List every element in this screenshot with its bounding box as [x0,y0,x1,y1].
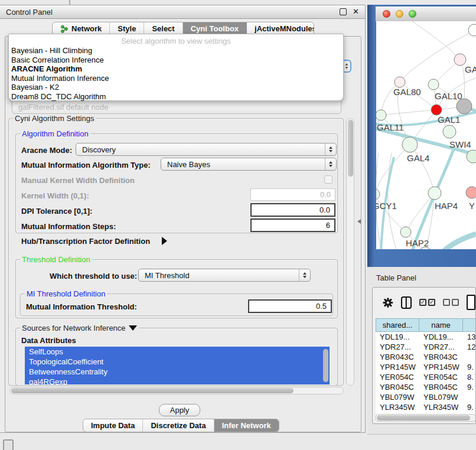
table-hscrollbar-thumb[interactable] [377,415,470,420]
mi-threshold-field[interactable]: 0.5 [248,299,332,313]
network-node-gal10[interactable] [428,79,439,90]
close-traffic-light-icon[interactable] [383,10,390,18]
dpi-tolerance-field[interactable]: 0.0 [250,203,335,217]
list-item[interactable]: TopologicalCoefficient [25,357,330,367]
collapse-arrow-icon[interactable] [129,325,137,331]
network-edge [412,21,459,59]
network-node-gal1[interactable] [431,105,442,115]
network-node-gal80[interactable] [395,77,405,87]
tab-select-label: Select [152,24,174,33]
network-canvas[interactable]: GALGAL80GAL10GAL1GAL11SWI4GAL4GCY1HAP4YH… [376,21,476,249]
network-node-label: GAL10 [435,91,462,101]
which-threshold-select[interactable]: MI Threshold [138,269,311,282]
tab-discretize-data-label: Discretize Data [151,421,206,430]
close-icon[interactable]: ✕ [353,9,359,15]
network-node-hap2[interactable] [400,227,411,237]
column-layout-icon[interactable] [401,296,412,309]
tab-select[interactable]: Select [144,22,182,35]
combo-stepper-icon [299,269,310,281]
table-panel: Table Panel ✓✓ ✓✓ [367,267,476,435]
settings-hscrollbar[interactable] [9,387,344,394]
minimized-panel-icon[interactable] [3,439,14,450]
network-node-y[interactable] [466,187,476,198]
algorithm-item-mutual-information[interactable]: Mutual Information Inference [9,74,343,83]
aracne-mode-select[interactable]: Discovery [76,143,337,156]
network-node-label: GAL11 [377,122,404,132]
network-node-label: GCY1 [376,201,397,211]
manual-kernel-checkbox[interactable] [324,175,332,184]
network-view-titlebar[interactable] [376,6,476,22]
network-node-label: GAL4 [407,153,429,163]
network-view-window: GALGAL80GAL10GAL1GAL11SWI4GAL4GCY1HAP4YH… [367,5,476,267]
tab-style[interactable]: Style [110,22,144,35]
table-source-value: galFiltered.sif default node [12,103,108,112]
select-all-checks-icon[interactable]: ✓✓ [419,299,435,306]
apply-button[interactable]: Apply [159,404,200,416]
algorithm-item-aracne[interactable]: ARACNE Algorithm [9,64,343,74]
tab-impute-data[interactable]: Impute Data [83,419,143,432]
list-scrollbar[interactable] [323,349,328,382]
window-title: Control Panel [6,8,53,17]
network-edge [444,234,476,249]
table-row[interactable]: YDR27...YDR27...12 [376,342,476,352]
table-row[interactable]: YBL079WYBL079W [376,392,476,402]
deselect-all-checks-icon[interactable]: ✓✓ [443,299,459,306]
minimize-traffic-light-icon[interactable] [396,10,403,18]
settings-vscrollbar-thumb[interactable] [348,120,353,177]
algorithm-item-dream8[interactable]: Dream8 DC_TDC Algorithm [9,92,343,102]
list-item[interactable]: BetweennessCentrality [25,367,330,377]
algorithm-item-bayesian-k2[interactable]: Bayesian - K2 [9,83,343,92]
network-node-gal[interactable] [454,54,466,66]
column-header-name[interactable]: name [419,318,463,332]
algorithm-item-bayesian-hill-climbing[interactable]: Bayesian - Hill Climbing [9,46,343,56]
data-attributes-list[interactable]: SelfLoops TopologicalCoefficient Between… [25,347,330,384]
network-node-gcy1[interactable] [376,189,380,200]
table-row[interactable]: YPR145WYPR145W9. [376,362,476,372]
network-node-hap4[interactable] [428,187,441,200]
tab-network[interactable]: Network [53,22,110,35]
column-header-cut[interactable] [463,318,476,332]
mi-type-select[interactable]: Naive Bayes [161,158,337,171]
mi-threshold-label: Mutual Information Threshold: [26,302,137,311]
zoom-traffic-light-icon[interactable] [409,10,416,18]
table-source-select[interactable]: galFiltered.sif default node [12,100,341,114]
network-edge [376,146,409,193]
threshold-definition-title: Threshold Definition [20,255,92,264]
network-node-gal4[interactable] [402,137,418,152]
table-row[interactable]: YER054CYER054C8. [376,372,476,382]
network-node-gal11[interactable] [376,110,386,120]
table-row[interactable]: YLR345WYLR345W9. [376,402,476,412]
settings-vscrollbar[interactable] [346,118,354,386]
tab-cyni-toolbox[interactable]: Cyni Toolbox [183,22,247,35]
kernel-width-field[interactable]: 0.0 [250,188,335,201]
table-row[interactable]: YBR045CYBR045C9. [376,382,476,392]
algorithm-item-basic-correlation[interactable]: Basic Correlation Inference [9,56,343,65]
network-node-swi4[interactable] [443,125,456,138]
kernel-width-label: Kernel Width (0,1): [21,191,89,200]
expand-arrow-icon[interactable] [162,237,167,245]
network-node[interactable] [457,99,472,114]
tab-discretize-data[interactable]: Discretize Data [143,419,214,432]
network-node-label: GAL [465,64,476,74]
float-window-icon[interactable] [340,8,347,15]
tab-style-label: Style [118,24,136,33]
list-item[interactable]: gal4RGexp [25,377,330,384]
tab-jactivemnodules[interactable]: jActiveMNodules [247,22,314,35]
table-row[interactable]: YBR043CYBR043C [376,352,476,362]
network-edge [407,194,433,231]
table-row[interactable]: YDL19...YDL19...13 [376,332,476,342]
network-node[interactable] [468,24,476,36]
table-hscrollbar[interactable] [375,414,476,422]
new-table-icon[interactable] [467,295,475,310]
combo-stepper-icon [325,144,336,155]
gear-icon[interactable] [383,297,393,308]
splitter-collapse-arrow[interactable] [357,219,361,224]
list-item[interactable]: SelfLoops [25,347,330,357]
tab-infer-network-label: Infer Network [222,421,271,430]
column-header-sharedname[interactable]: shared... [376,318,419,332]
network-icon [60,25,69,33]
control-panel-titlebar[interactable]: Control Panel ✕ [0,5,365,19]
mi-steps-field[interactable]: 6 [250,219,335,232]
settings-hscrollbar-thumb[interactable] [11,388,294,393]
tab-infer-network[interactable]: Infer Network [214,419,279,432]
